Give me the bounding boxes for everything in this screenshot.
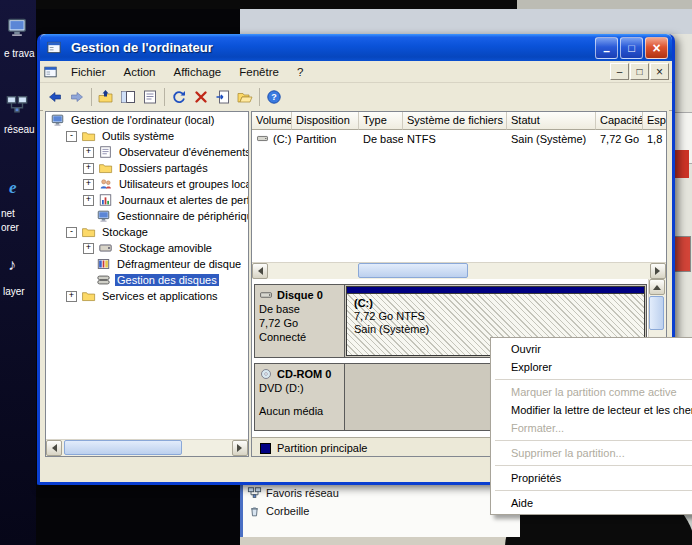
menu-fenetre[interactable]: Fenêtre xyxy=(230,64,288,80)
tree-expander[interactable]: - xyxy=(66,227,77,238)
folder-icon xyxy=(81,129,96,143)
menu-affichage[interactable]: Affichage xyxy=(164,64,230,80)
tree-expander[interactable]: + xyxy=(66,291,77,302)
tree-item-journaux-alertes[interactable]: + Journaux et alertes de perfo xyxy=(46,192,248,208)
menu-item-proprietes[interactable]: Propriétés xyxy=(493,469,692,487)
back-button[interactable] xyxy=(44,86,66,108)
scroll-up-button[interactable] xyxy=(649,279,665,295)
scroll-left-button[interactable] xyxy=(252,263,268,279)
mdi-restore-button[interactable] xyxy=(630,63,649,80)
disk0-type: De base xyxy=(259,302,344,316)
background-top-bar xyxy=(0,0,517,9)
tree-expander[interactable]: + xyxy=(83,195,94,206)
mdi-minimize-button[interactable] xyxy=(610,63,629,80)
console-window-icon[interactable] xyxy=(43,65,58,79)
tree-item-services-applications[interactable]: + Services et applications xyxy=(46,288,248,304)
maximize-button[interactable] xyxy=(620,37,643,59)
menu-item-marquer-active: Marquer la partition comme active xyxy=(493,383,692,401)
close-button[interactable] xyxy=(645,37,668,59)
tree-expander[interactable]: + xyxy=(83,147,94,158)
tree-item-dossiers-partages[interactable]: + Dossiers partagés xyxy=(46,160,248,176)
tree-expander[interactable]: - xyxy=(66,131,77,142)
tree-item-outils-systeme[interactable]: - Outils système xyxy=(46,128,248,144)
list-horizontal-scrollbar[interactable] xyxy=(252,262,666,279)
volume-row-c[interactable]: (C:) Partition De base NTFS Sain (Systèm… xyxy=(252,130,666,147)
tree-expander[interactable]: + xyxy=(83,243,94,254)
disk-management-icon xyxy=(96,273,111,287)
open-button[interactable] xyxy=(234,86,256,108)
toolbar-separator xyxy=(164,88,165,106)
my-computer-icon[interactable] xyxy=(5,16,29,40)
tree-item-defragmenteur[interactable]: Défragmenteur de disque xyxy=(46,256,248,272)
cdrom-media-status: Aucun média xyxy=(259,404,344,418)
cd-icon xyxy=(259,368,273,380)
column-espace[interactable]: Esp xyxy=(643,112,666,130)
window-title: Gestion de l'ordinateur xyxy=(71,40,593,55)
menu-separator xyxy=(495,490,692,491)
media-player-icon[interactable]: ♪ xyxy=(8,256,16,274)
primary-partition-color-swatch xyxy=(260,443,271,454)
media-player-label[interactable]: layer xyxy=(3,286,25,297)
menu-fichier[interactable]: Fichier xyxy=(62,64,115,80)
menu-action[interactable]: Action xyxy=(115,64,165,80)
tree-horizontal-scrollbar[interactable] xyxy=(46,439,248,456)
menu-help[interactable]: ? xyxy=(288,64,312,80)
help-button[interactable] xyxy=(263,86,285,108)
properties-button[interactable] xyxy=(139,86,161,108)
network-favorites-label: Favoris réseau xyxy=(266,487,339,499)
mdi-close-button[interactable] xyxy=(650,63,669,80)
statut-cell: Sain (Système) xyxy=(507,133,596,145)
forward-button[interactable] xyxy=(66,86,88,108)
background-red-fragment xyxy=(674,150,689,178)
internet-explorer-icon[interactable]: e xyxy=(9,178,17,198)
refresh-button[interactable] xyxy=(168,86,190,108)
tree-expander[interactable]: + xyxy=(83,163,94,174)
desktop-item-recycle-bin[interactable]: Corbeille xyxy=(247,504,309,518)
column-capacite[interactable]: Capacité xyxy=(596,112,643,130)
internet-explorer-label-2[interactable]: orer xyxy=(1,222,19,233)
scroll-right-button[interactable] xyxy=(232,440,248,456)
export-list-button[interactable] xyxy=(212,86,234,108)
partition-context-menu: Ouvrir Explorer Marquer la partition com… xyxy=(490,337,692,515)
menu-item-aide[interactable]: Aide xyxy=(493,494,692,512)
title-bar[interactable]: Gestion de l'ordinateur xyxy=(40,34,672,61)
desktop-item-network-favorites[interactable]: Favoris réseau xyxy=(247,486,339,500)
menu-item-modifier-lettre[interactable]: Modifier la lettre de lecteur et les che… xyxy=(493,401,692,419)
tree-item-utilisateurs-groupes[interactable]: + Utilisateurs et groupes locau xyxy=(46,176,248,192)
disk0-label-panel[interactable]: Disque 0 De base 7,72 Go Connecté xyxy=(255,285,345,357)
network-places-icon[interactable] xyxy=(5,94,29,118)
column-disposition[interactable]: Disposition xyxy=(292,112,359,130)
scroll-right-button[interactable] xyxy=(650,263,666,279)
scrollbar-thumb[interactable] xyxy=(649,296,664,330)
menu-item-supprimer-partition: Supprimer la partition... xyxy=(493,444,692,462)
column-type[interactable]: Type xyxy=(359,112,403,130)
scrollbar-thumb[interactable] xyxy=(64,440,182,455)
up-level-button[interactable] xyxy=(95,86,117,108)
menu-item-explorer[interactable]: Explorer xyxy=(493,358,692,376)
scroll-left-button[interactable] xyxy=(46,440,62,456)
tree-item-observateur-evenements[interactable]: + Observateur d'événements xyxy=(46,144,248,160)
console-tree-pane[interactable]: Gestion de l'ordinateur (local) - Outils… xyxy=(45,111,249,457)
delete-button[interactable] xyxy=(190,86,212,108)
tree-item-gestionnaire-peripheriques[interactable]: Gestionnaire de périphérique xyxy=(46,208,248,224)
column-statut[interactable]: Statut xyxy=(507,112,596,130)
tree-expander[interactable]: + xyxy=(83,179,94,190)
performance-icon xyxy=(98,193,113,207)
disposition-cell: Partition xyxy=(292,133,359,145)
tree-item-stockage[interactable]: - Stockage xyxy=(46,224,248,240)
network-places-label[interactable]: réseau xyxy=(4,124,35,135)
tree-item-stockage-amovible[interactable]: + Stockage amovible xyxy=(46,240,248,256)
my-computer-label[interactable]: e trava xyxy=(4,48,35,59)
menu-item-ouvrir[interactable]: Ouvrir xyxy=(493,340,692,358)
scrollbar-thumb[interactable] xyxy=(358,263,468,278)
window-icon xyxy=(46,40,62,55)
tree-item-gestion-des-disques[interactable]: Gestion des disques xyxy=(46,272,248,288)
volume-list[interactable]: (C:) Partition De base NTFS Sain (Systèm… xyxy=(252,130,666,262)
internet-explorer-label-1[interactable]: net xyxy=(1,208,15,219)
tree-item-computer-management-local[interactable]: Gestion de l'ordinateur (local) xyxy=(46,112,248,128)
show-tree-button[interactable] xyxy=(117,86,139,108)
column-volume[interactable]: Volume xyxy=(252,112,292,130)
cdrom-label-panel[interactable]: CD-ROM 0 DVD (D:) Aucun média xyxy=(255,364,345,430)
minimize-button[interactable] xyxy=(595,37,618,59)
column-systeme-fichiers[interactable]: Système de fichiers xyxy=(403,112,507,130)
